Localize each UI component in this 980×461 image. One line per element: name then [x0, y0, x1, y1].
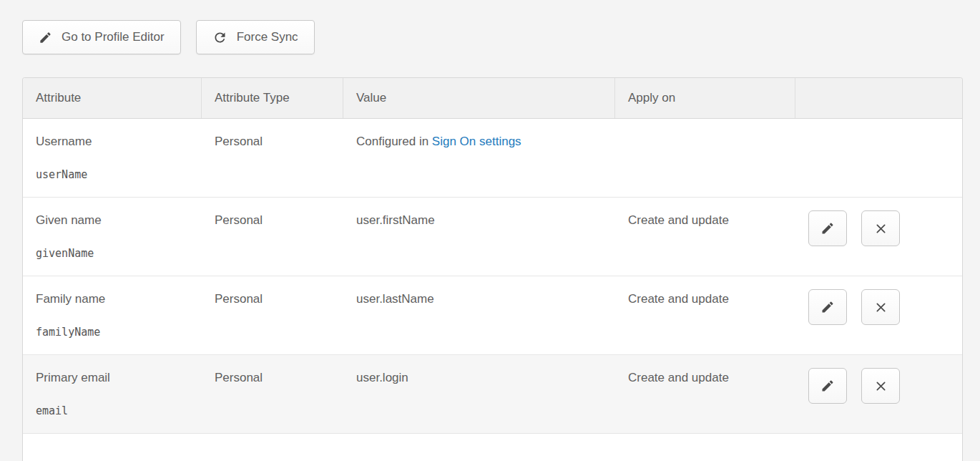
attribute-display-name: Given name: [36, 213, 189, 228]
close-icon: [874, 222, 888, 236]
actions-cell: [795, 355, 962, 433]
edit-attribute-button[interactable]: [808, 289, 847, 325]
header-attribute-type: Attribute Type: [202, 78, 343, 118]
pencil-icon: [820, 300, 835, 314]
actions-cell: [795, 198, 962, 276]
header-value: Value: [343, 78, 615, 118]
pencil-icon: [820, 221, 835, 236]
close-icon: [874, 301, 888, 314]
table-row-primary-email: Primary email email Personal user.login …: [23, 355, 962, 434]
delete-attribute-button[interactable]: [861, 289, 900, 325]
attribute-type-cell: Personal: [202, 355, 343, 433]
pencil-icon: [820, 379, 835, 393]
header-apply-on: Apply on: [615, 78, 795, 118]
attribute-display-name: Username: [36, 135, 189, 149]
attribute-mappings-page: Go to Profile Editor Force Sync Attribut…: [0, 0, 980, 461]
force-sync-button[interactable]: Force Sync: [196, 20, 315, 54]
attribute-type-cell: Personal: [202, 198, 343, 276]
header-attribute: Attribute: [23, 78, 202, 118]
attribute-cell: Family name familyName: [23, 276, 202, 354]
force-sync-label: Force Sync: [237, 30, 298, 44]
attribute-display-name: Family name: [36, 292, 189, 306]
apply-on-cell: Create and update: [615, 276, 795, 354]
attribute-type-cell: Personal: [202, 276, 343, 354]
attribute-display-name: Primary email: [36, 371, 189, 385]
table-row-family-name: Family name familyName Personal user.las…: [23, 276, 962, 355]
close-icon: [874, 379, 888, 393]
sign-on-settings-link[interactable]: Sign On settings: [432, 135, 521, 148]
table-header-row: Attribute Attribute Type Value Apply on: [23, 78, 962, 119]
go-to-profile-editor-label: Go to Profile Editor: [62, 30, 165, 44]
edit-attribute-button[interactable]: [808, 368, 847, 404]
pencil-icon: [39, 31, 52, 44]
toolbar: Go to Profile Editor Force Sync: [22, 20, 315, 54]
attribute-cell: Given name givenName: [23, 198, 202, 276]
actions-cell: [795, 276, 962, 354]
edit-attribute-button[interactable]: [808, 210, 847, 246]
value-cell: Configured in Sign On settings: [343, 119, 615, 197]
apply-on-cell: Create and update: [615, 355, 795, 433]
apply-on-cell: [615, 119, 795, 197]
header-actions: [795, 78, 962, 118]
value-cell: user.login: [343, 355, 615, 433]
actions-cell: [795, 119, 962, 197]
value-cell: user.lastName: [343, 276, 615, 354]
apply-on-cell: Create and update: [615, 198, 795, 276]
attribute-variable-name: email: [36, 404, 189, 417]
table-row-given-name: Given name givenName Personal user.first…: [23, 198, 962, 276]
delete-attribute-button[interactable]: [861, 368, 900, 404]
value-text: Configured in: [356, 135, 432, 148]
attribute-cell: Username userName: [23, 119, 202, 197]
refresh-icon: [212, 30, 227, 45]
table-row-username: Username userName Personal Configured in…: [23, 119, 962, 198]
attribute-type-cell: Personal: [202, 119, 343, 197]
next-row-partial: [23, 434, 962, 461]
delete-attribute-button[interactable]: [861, 210, 900, 246]
value-cell: user.firstName: [343, 198, 615, 276]
attribute-variable-name: givenName: [36, 247, 189, 260]
attribute-cell: Primary email email: [23, 355, 202, 433]
go-to-profile-editor-button[interactable]: Go to Profile Editor: [22, 20, 181, 54]
attribute-variable-name: userName: [36, 168, 189, 181]
attribute-variable-name: familyName: [36, 326, 189, 339]
attribute-mappings-table: Attribute Attribute Type Value Apply on …: [22, 77, 963, 461]
